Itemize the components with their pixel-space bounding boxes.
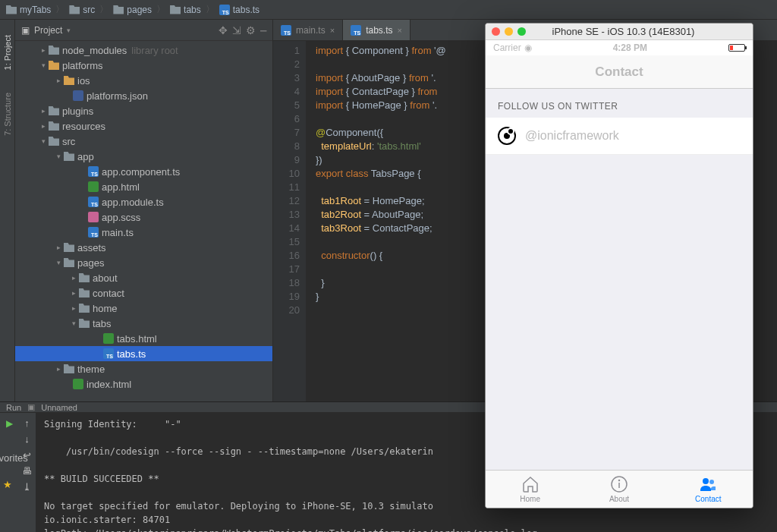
tree-platforms-json[interactable]: platforms.json [15,88,272,103]
html-file-icon [103,333,114,344]
run-config-name[interactable]: Unnamed [41,403,77,412]
content-area [486,155,753,470]
folder-icon [49,137,59,146]
html-file-icon [88,181,99,192]
expand-icon: ▾ [55,153,62,160]
crumb-src[interactable]: src [69,5,95,15]
tree-main-ts[interactable]: main.ts [15,225,272,240]
tree-index-html[interactable]: index.html [15,376,272,392]
close-icon[interactable]: × [397,26,401,35]
tree-app-scss[interactable]: app.scss [15,209,272,225]
tool-tab-project[interactable]: 1: Project [3,35,12,70]
scss-file-icon [88,212,99,222]
folder-icon [79,273,90,282]
folder-icon [49,106,59,115]
print-button[interactable]: 🖶 [22,465,32,477]
folder-icon [49,61,59,70]
tree-node-modules[interactable]: ▸node_moduleslibrary root [15,42,272,58]
ios-tabbar: Home About Contact [486,470,753,508]
collapse-icon: ▸ [39,122,47,130]
ts-file-icon [219,5,230,15]
tree-tabs-folder[interactable]: ▾tabs [15,316,272,331]
close-window-button[interactable] [492,27,500,36]
editor-tab-tabs[interactable]: tabs.ts× [343,20,411,40]
project-title[interactable]: Project [34,25,62,36]
ionic-logo-icon [498,127,516,145]
line-gutter: 1234567891011121314151617181920 [273,41,307,401]
battery-icon [728,44,745,52]
tree-tabs-ts[interactable]: tabs.ts [15,346,272,361]
scroll-button[interactable]: ⤓ [23,481,31,493]
expand-icon: ▾ [39,137,47,145]
twitter-handle: @ionicframework [525,129,619,143]
tab-about[interactable]: About [574,471,663,508]
tree-theme[interactable]: ▸theme [15,361,272,376]
tree-ios[interactable]: ▸ios [15,73,272,88]
run-label[interactable]: Run [6,403,21,412]
locate-icon[interactable]: ✥ [219,24,228,36]
json-file-icon [73,90,83,101]
folder-icon [79,304,90,313]
simulator-title: iPhone SE - iOS 10.3 (14E8301) [500,26,747,37]
expand-icon: ▾ [70,320,77,327]
tree-app-module[interactable]: app.module.ts [15,194,272,209]
wifi-icon: ◉ [524,42,532,53]
crumb-tabs[interactable]: tabs [170,5,201,15]
tree-src[interactable]: ▾src [15,134,272,149]
folder-icon [64,258,74,267]
crumb-pages[interactable]: pages [113,5,152,15]
close-icon[interactable]: × [330,26,335,35]
list-item-twitter[interactable]: @ionicframework [486,118,753,155]
tree-tabs-html[interactable]: tabs.html [15,331,272,346]
collapse-icon: ▸ [70,274,77,282]
tool-tab-structure[interactable]: 7: Structure [3,93,12,136]
folder-icon [6,5,17,14]
project-view-icon: ▣ [21,25,30,36]
ts-file-icon [103,348,114,359]
simulator-window[interactable]: iPhone SE - iOS 10.3 (14E8301) Carrier◉ … [485,23,753,508]
up-button[interactable]: ↑ [24,417,30,429]
tree-assets[interactable]: ▸assets [15,240,272,255]
carrier-label: Carrier [493,42,521,53]
chevron-right-icon: 〉 [206,3,215,16]
tree-home[interactable]: ▸home [15,301,272,316]
crumb-file[interactable]: tabs.ts [219,5,260,15]
collapse-icon: ▸ [70,289,77,297]
info-icon [610,475,628,493]
tree-app-component[interactable]: app.component.ts [15,164,272,179]
left-tool-stripe-bottom: 2: Favorites ★ [0,433,15,532]
tree-app[interactable]: ▾app [15,149,272,164]
tree-contact[interactable]: ▸contact [15,285,272,301]
run-button[interactable]: ▶ [3,417,15,430]
folder-icon [79,319,90,328]
html-file-icon [73,379,83,389]
collapse-icon[interactable]: ⇲ [232,24,241,36]
crumb-mytabs[interactable]: myTabs [6,5,51,15]
tab-contact[interactable]: Contact [664,471,753,508]
svg-point-4 [709,480,714,484]
home-icon [521,475,539,493]
tree-platforms[interactable]: ▾platforms [15,58,272,73]
clock: 4:28 PM [613,42,647,53]
simulator-titlebar[interactable]: iPhone SE - iOS 10.3 (14E8301) [486,24,753,40]
hide-icon[interactable]: ⎼ [260,24,266,36]
gear-icon[interactable]: ⚙ [246,24,256,36]
tab-home[interactable]: Home [486,471,574,508]
tree-resources[interactable]: ▸resources [15,118,272,134]
tool-tab-favorites[interactable]: 2: Favorites [0,441,28,464]
tree-about[interactable]: ▸about [15,270,272,285]
tree-app-html[interactable]: app.html [15,179,272,194]
ios-statusbar: Carrier◉ 4:28 PM [486,40,753,55]
editor-tab-main[interactable]: main.ts× [273,20,343,40]
star-icon[interactable]: ★ [3,479,12,490]
chevron-right-icon: 〉 [99,3,109,16]
folder-icon [113,5,124,14]
breadcrumb: myTabs 〉 src 〉 pages 〉 tabs 〉 tabs.ts [0,0,777,20]
svg-point-3 [703,478,709,484]
chevron-down-icon[interactable]: ▾ [67,27,71,34]
run-controls-2: ↑ ↓ ↩ 🖶 ⤓ [18,413,36,532]
ios-navbar-title: Contact [486,55,753,89]
tree-plugins[interactable]: ▸plugins [15,103,272,118]
tree-pages[interactable]: ▾pages [15,255,272,270]
chevron-right-icon: 〉 [55,3,64,16]
